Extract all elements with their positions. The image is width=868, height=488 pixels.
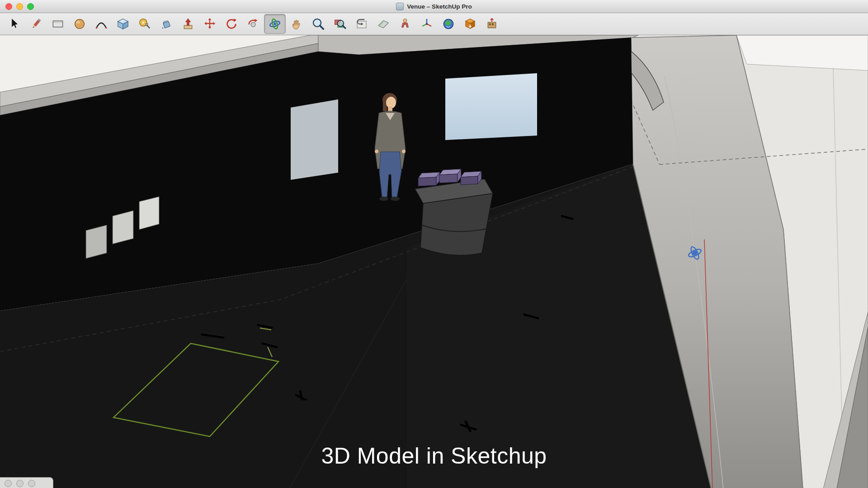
circle-icon [73,17,86,31]
video-caption: 3D Model in Sketchup [0,443,868,469]
section-plane-tool-button[interactable] [373,14,394,34]
projection-screen[interactable] [445,73,537,140]
share-model-tool-button[interactable] [481,14,503,34]
blue-box-icon [116,17,130,31]
tape-measure-tool-button[interactable] [134,14,156,34]
section-plane-icon [377,17,390,31]
push-pull-tool-button[interactable] [112,14,134,34]
background-window-fragment[interactable] [0,477,53,488]
follow-me-icon [246,17,260,31]
axes-icon [420,17,434,31]
window-title: Venue – SketchUp Pro [407,3,472,10]
rotate-tool-button[interactable] [221,14,242,34]
arc-tool-button[interactable] [90,14,112,34]
pan-tool-button[interactable] [286,14,307,34]
close-button[interactable] [5,3,12,10]
move-tool-button[interactable] [199,14,221,34]
arc-icon [94,17,108,31]
window-title-area: Venue – SketchUp Pro [0,3,868,10]
mini-minimize-button[interactable] [16,480,24,487]
get-models-tool-button[interactable] [459,14,481,34]
window-controls [5,3,34,10]
follow-me-tool-button[interactable] [242,14,264,34]
position-camera-tool-button[interactable] [394,14,416,34]
circle-tool-button[interactable] [69,14,90,34]
select-icon [8,17,21,31]
rotate-icon [225,17,238,31]
orbit-tool-button[interactable] [264,14,286,34]
select-tool-button[interactable] [4,14,25,34]
figure-icon [398,17,412,31]
rectangle-tool-button[interactable] [47,14,69,34]
offset-tool-button[interactable] [177,14,199,34]
paint-bucket-tool-button[interactable] [156,14,177,34]
zoom-extents-tool-button[interactable] [329,14,351,34]
zoom-icon [311,17,325,31]
zoom-extents-icon [333,17,347,31]
minimize-button[interactable] [16,3,23,10]
paint-bucket-icon [160,17,173,31]
line-tool-button[interactable] [25,14,47,34]
modeling-viewport[interactable]: 3D Model in Sketchup [0,35,868,488]
google-earth-tool-button[interactable] [438,14,459,34]
title-bar: Venue – SketchUp Pro [0,0,868,13]
mini-zoom-button[interactable] [28,480,35,487]
previous-view-tool-button[interactable] [351,14,373,34]
share-building-icon [485,17,499,31]
orbit-icon [268,17,282,31]
sketchup-window: Venue – SketchUp Pro [0,0,868,488]
rectangle-icon [51,17,65,31]
pan-hand-icon [290,17,303,31]
counter[interactable] [415,179,493,255]
mini-close-button[interactable] [5,480,12,487]
move-icon [203,17,217,31]
axes-tool-button[interactable] [416,14,438,34]
red-arrow-box-icon [181,17,195,31]
side-screen[interactable] [291,99,338,180]
tape-measure-icon [138,17,151,31]
warehouse-box-icon [463,17,477,31]
toolbar [0,13,868,35]
pencil-icon [29,17,43,31]
zoom-button[interactable] [27,3,34,10]
zoom-tool-button[interactable] [307,14,329,34]
document-icon [396,3,404,10]
scene-canvas [0,35,868,488]
previous-view-icon [355,17,368,31]
globe-icon [442,17,455,31]
